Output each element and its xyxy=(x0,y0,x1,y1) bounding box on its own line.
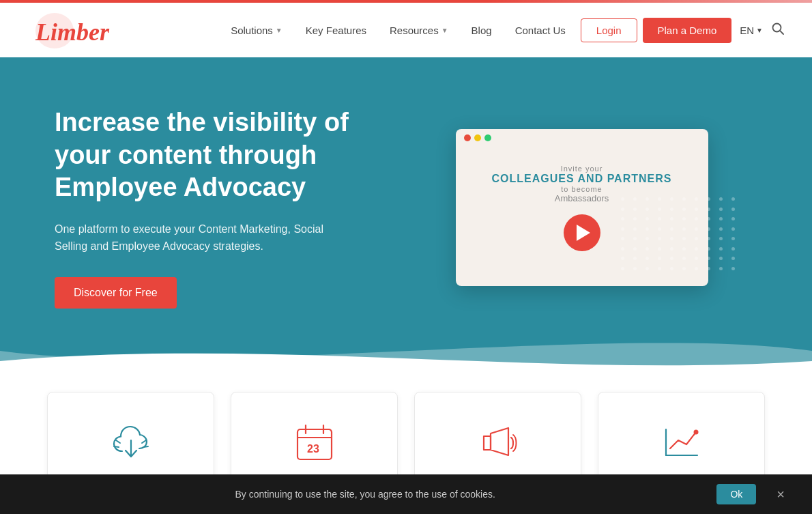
video-invite: Invite your xyxy=(492,165,672,173)
search-icon[interactable] xyxy=(771,22,785,39)
logo-icon: Limber xyxy=(27,12,102,49)
dots-decoration: // Will render via JS below xyxy=(621,197,716,272)
video-colleagues: COLLEAGUES AND PARTNERS xyxy=(492,173,672,185)
centralize-icon xyxy=(107,418,155,466)
cookie-ok-button[interactable]: Ok xyxy=(716,484,756,504)
cookie-close-button[interactable]: × xyxy=(777,487,785,502)
solutions-label: Solutions xyxy=(231,25,273,36)
nav-blog[interactable]: Blog xyxy=(463,19,500,42)
cookie-text: By continuing to use the site, you agree… xyxy=(27,489,703,500)
window-dots xyxy=(464,134,491,141)
hero-subtext: One platform to execute your Content Mar… xyxy=(55,220,341,255)
login-button[interactable]: Login xyxy=(581,18,637,42)
video-to-become: to become xyxy=(492,185,672,193)
lang-chevron-icon: ▼ xyxy=(756,27,763,34)
nav-solutions[interactable]: Solutions ▼ xyxy=(222,19,291,42)
navbar: Limber Solutions ▼ Key Features Resource… xyxy=(0,3,812,57)
resources-label: Resources xyxy=(390,25,439,36)
svg-line-6 xyxy=(114,446,119,447)
solutions-chevron-icon: ▼ xyxy=(276,27,282,34)
dot-yellow xyxy=(474,134,481,141)
language-selector[interactable]: EN ▼ xyxy=(740,25,763,36)
svg-line-5 xyxy=(116,440,120,443)
nav-links: Solutions ▼ Key Features Resources ▼ Blo… xyxy=(222,19,574,42)
demo-button[interactable]: Plan a Demo xyxy=(643,18,732,43)
plan-icon: 23 xyxy=(291,418,338,466)
key-features-label: Key Features xyxy=(306,25,366,36)
dot-green xyxy=(484,134,491,141)
logo-area[interactable]: Limber xyxy=(27,12,102,49)
dot-red xyxy=(464,134,471,141)
svg-line-3 xyxy=(780,31,783,34)
discover-cta-button[interactable]: Discover for Free xyxy=(55,277,177,309)
hero-section: Increase the visibility of your content … xyxy=(0,57,812,371)
svg-line-7 xyxy=(142,440,146,443)
nav-resources[interactable]: Resources ▼ xyxy=(381,19,456,42)
contact-label: Contact Us xyxy=(515,25,566,36)
nav-key-features[interactable]: Key Features xyxy=(298,19,375,42)
hero-visual-block: Invite your COLLEAGUES AND PARTNERS to b… xyxy=(406,129,757,286)
svg-text:Limber: Limber xyxy=(35,18,110,46)
amplify-icon xyxy=(474,418,522,466)
play-button[interactable] xyxy=(564,214,600,251)
play-icon xyxy=(577,225,590,241)
measure-icon xyxy=(658,418,706,466)
hero-headline: Increase the visibility of your content … xyxy=(55,106,406,204)
lang-label: EN xyxy=(740,25,754,36)
hero-text-block: Increase the visibility of your content … xyxy=(55,106,406,309)
nav-contact[interactable]: Contact Us xyxy=(507,19,574,42)
blog-label: Blog xyxy=(472,25,492,36)
cookie-bar: By continuing to use the site, you agree… xyxy=(0,474,812,514)
svg-point-14 xyxy=(693,429,698,434)
resources-chevron-icon: ▼ xyxy=(441,27,448,34)
hero-wave xyxy=(0,330,812,371)
svg-line-8 xyxy=(143,446,148,447)
svg-text:23: 23 xyxy=(307,443,319,455)
